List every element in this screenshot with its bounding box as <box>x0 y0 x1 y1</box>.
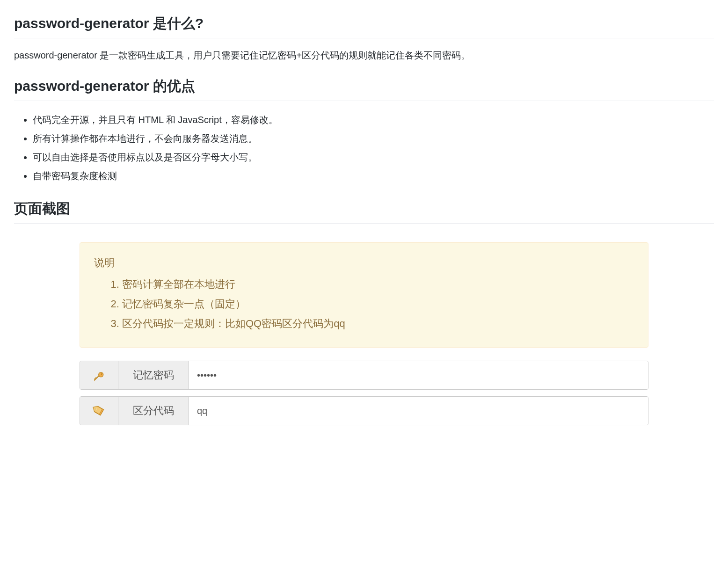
list-item: 区分代码按一定规则：比如QQ密码区分代码为qq <box>122 314 634 334</box>
distinguish-code-input[interactable] <box>197 406 640 416</box>
description-text: password-generator 是一款密码生成工具，用户只需要记住记忆密码… <box>14 48 714 63</box>
list-item: 代码完全开源，并且只有 HTML 和 JavaScript，容易修改。 <box>33 110 714 129</box>
memory-password-row: 记忆密码 <box>80 361 648 390</box>
svg-point-0 <box>101 373 102 375</box>
info-box-title: 说明 <box>94 256 634 270</box>
memory-password-input[interactable] <box>197 370 640 381</box>
list-item: 记忆密码复杂一点（固定） <box>122 294 634 314</box>
list-item: 可以自由选择是否使用标点以及是否区分字母大小写。 <box>33 148 714 167</box>
screenshot-container: 说明 密码计算全部在本地进行 记忆密码复杂一点（固定） 区分代码按一定规则：比如… <box>14 242 714 425</box>
distinguish-code-row: 区分代码 <box>80 396 648 425</box>
tag-icon <box>80 397 118 425</box>
key-icon <box>80 361 118 389</box>
list-item: 所有计算操作都在本地进行，不会向服务器发送消息。 <box>33 129 714 148</box>
section-heading-what: password-generator 是什么? <box>14 14 714 38</box>
section-heading-screenshot: 页面截图 <box>14 199 714 224</box>
section-heading-advantages: password-generator 的优点 <box>14 77 714 101</box>
list-item: 自带密码复杂度检测 <box>33 167 714 185</box>
advantages-list: 代码完全开源，并且只有 HTML 和 JavaScript，容易修改。 所有计算… <box>14 110 714 185</box>
distinguish-code-label: 区分代码 <box>118 397 189 425</box>
list-item: 密码计算全部在本地进行 <box>122 275 634 294</box>
info-box-list: 密码计算全部在本地进行 记忆密码复杂一点（固定） 区分代码按一定规则：比如QQ密… <box>94 275 634 333</box>
memory-password-label: 记忆密码 <box>118 361 189 389</box>
info-box: 说明 密码计算全部在本地进行 记忆密码复杂一点（固定） 区分代码按一定规则：比如… <box>80 242 648 348</box>
